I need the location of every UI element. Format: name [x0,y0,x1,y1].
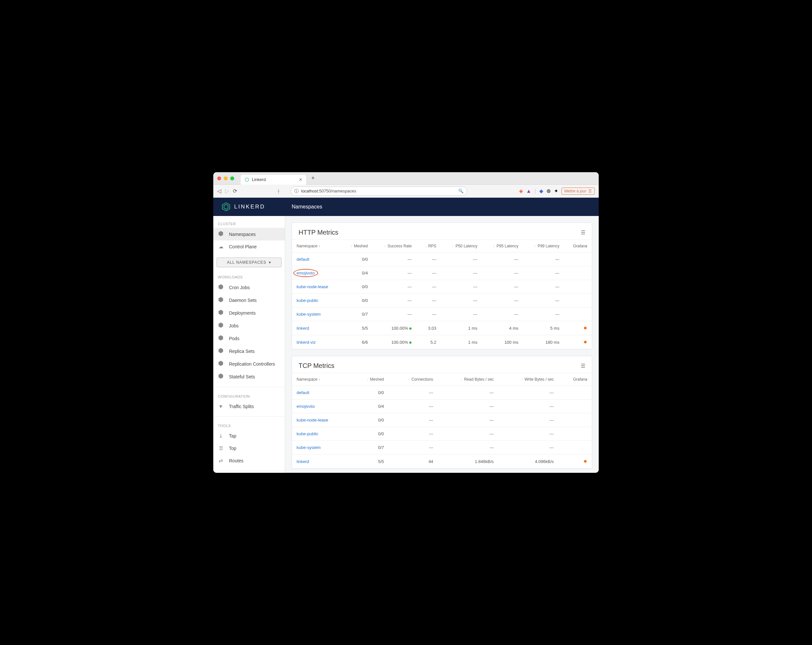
sidebar-item-daemon-sets[interactable]: Daemon Sets [213,294,285,307]
namespace-link[interactable]: kube-node-lease [296,417,328,422]
namespace-link[interactable]: linkerd-viz [296,340,316,345]
namespace-link[interactable]: emojivoto [296,271,315,275]
namespace-link[interactable]: kube-public [296,298,319,303]
sidebar-item-traffic-splits[interactable]: ▼Traffic Splits [213,400,285,413]
menu-icon: ☰ [588,189,592,193]
svg-marker-1 [223,203,230,211]
svg-marker-0 [245,178,249,182]
browser-window: Linkerd × + ◁ ▷ ⟳ ⟊ ⓘ localhost:50750/na… [213,172,599,473]
grafana-icon[interactable]: ✹ [583,339,587,345]
sidebar-item-jobs[interactable]: Jobs [213,319,285,332]
column-header[interactable]: ↑ Meshed [341,240,372,252]
namespace-link[interactable]: default [296,390,309,395]
table-row: linkerd5/5441.846kB/s4.096kB/s✹ [292,454,592,469]
filter-icon: ▼ [218,404,224,409]
namespace-link[interactable]: emojivoto [296,404,315,409]
new-tab-button[interactable]: + [311,175,315,182]
column-header[interactable]: ↑ Write Bytes / sec [498,373,559,386]
app: LINKERD Namespaces CLUSTER Namespaces ☁C… [213,198,599,473]
column-header[interactable]: Grafana [559,373,592,386]
sidebar-item-deployments[interactable]: Deployments [213,307,285,319]
app-logo[interactable]: LINKERD [213,202,285,212]
browser-tab[interactable]: Linkerd × [241,175,306,185]
maximize-window[interactable] [230,176,234,180]
reload-button[interactable]: ⟳ [233,188,237,194]
table-row: kube-node-lease0/0--------- [292,413,592,427]
search-in-page-icon[interactable]: 🔍 [458,188,464,193]
sidebar-item-cron-jobs[interactable]: Cron Jobs [213,281,285,294]
column-header[interactable]: ↑ Connections [389,373,438,386]
window-controls [217,176,234,180]
sidebar-item-replica-sets[interactable]: Replica Sets [213,345,285,358]
back-button[interactable]: ◁ [217,188,221,194]
sidebar-item-pods[interactable]: Pods [213,332,285,345]
sidebar-heading-cluster: CLUSTER [213,219,285,228]
close-tab-icon[interactable]: × [299,177,302,183]
hex-icon [218,361,224,367]
namespace-link[interactable]: default [296,257,309,262]
tab-favicon [245,177,249,182]
breadcrumb: Namespaces [285,204,328,210]
grafana-icon[interactable]: ✹ [583,459,587,464]
shuffle-icon: ⇄ [218,458,224,464]
update-button[interactable]: Mettre à jour ☰ [562,188,595,195]
hex-icon [218,284,224,290]
namespace-link[interactable]: kube-node-lease [296,284,328,289]
filter-icon[interactable]: ☰ [581,229,585,235]
hex-icon [218,297,224,303]
hex-icon [218,322,224,329]
close-window[interactable] [217,176,221,180]
namespace-link[interactable]: linkerd [296,326,309,331]
table-row: emojivoto0/4--------------- [292,266,592,280]
bookmark-button[interactable]: ⟊ [277,188,280,194]
column-header[interactable]: ↑ P99 Latency [523,240,564,252]
app-body: CLUSTER Namespaces ☁Control Plane ALL NA… [213,216,599,473]
forward-button: ▷ [225,188,229,194]
column-header[interactable]: ↑ RPS [416,240,441,252]
sidebar-item-namespaces[interactable]: Namespaces [213,228,285,240]
address-bar[interactable]: ⓘ localhost:50750/namespaces 🔍 [291,186,467,196]
column-header[interactable]: ↑ Meshed [351,373,388,386]
table-row: default0/0--------------- [292,252,592,266]
sidebar-item-stateful-sets[interactable]: Stateful Sets [213,370,285,383]
column-header[interactable]: Namespace ↑ [292,373,351,386]
grafana-icon[interactable]: ✹ [583,326,587,331]
tcp-metrics-card: TCP Metrics ☰ Namespace ↑↑ Meshed↑ Conne… [292,356,592,469]
brave-rewards-icon[interactable]: ▲ [526,188,531,194]
brave-shield-icon[interactable]: ◈ [519,188,523,194]
sidebar-item-community[interactable]: ☺Community [213,472,285,473]
column-header[interactable]: Grafana [564,240,592,252]
sidebar-heading-configuration: CONFIGURATION [213,391,285,400]
sidebar-item-tap[interactable]: ⤓Tap [213,429,285,442]
column-header[interactable]: ↑ P50 Latency [441,240,482,252]
column-header[interactable]: ↑ P95 Latency [482,240,523,252]
extension-icon-2[interactable]: ⊛ [546,188,551,194]
hex-icon [218,373,224,380]
filter-icon[interactable]: ☰ [581,363,585,369]
minimize-window[interactable] [224,176,227,180]
http-metrics-table: Namespace ↑↑ Meshed↑ Success Rate↑ RPS↑ … [292,240,592,349]
sidebar-item-replication-controllers[interactable]: Replication Controllers [213,358,285,370]
tap-icon: ⤓ [218,433,224,439]
browser-toolbar: ◁ ▷ ⟳ ⟊ ⓘ localhost:50750/namespaces 🔍 ◈… [213,185,599,198]
namespace-link[interactable]: kube-system [296,445,321,450]
namespace-link[interactable]: kube-public [296,431,319,436]
sidebar: CLUSTER Namespaces ☁Control Plane ALL NA… [213,216,285,473]
extensions-menu-icon[interactable]: ✦ [554,188,558,194]
site-info-icon[interactable]: ⓘ [294,188,299,194]
namespace-link[interactable]: linkerd [296,459,309,464]
sidebar-item-routes[interactable]: ⇄Routes [213,454,285,467]
namespace-selector[interactable]: ALL NAMESPACES▾ [217,257,282,267]
extension-icon[interactable]: ◆ [539,188,543,194]
card-title: HTTP Metrics [299,229,338,236]
sidebar-item-control-plane[interactable]: ☁Control Plane [213,240,285,253]
namespaces-icon [218,231,224,237]
sidebar-item-top[interactable]: ☰Top [213,442,285,454]
column-header[interactable]: ↑ Read Bytes / sec [438,373,498,386]
column-header[interactable]: ↑ Success Rate [372,240,416,252]
svg-marker-2 [224,205,228,209]
column-header[interactable]: Namespace ↑ [292,240,341,252]
table-row: kube-system0/7--------------- [292,307,592,321]
table-row: kube-node-lease0/0--------------- [292,280,592,294]
namespace-link[interactable]: kube-system [296,312,321,316]
